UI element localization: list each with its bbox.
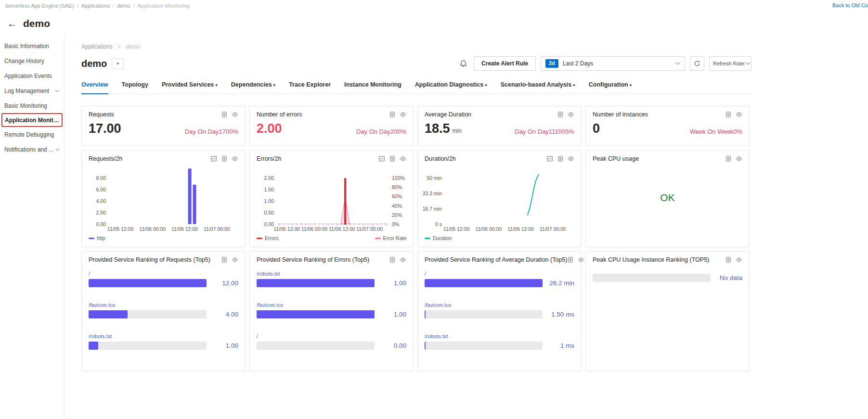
caret-down-icon: ▾ — [117, 61, 119, 66]
sidebar-item-change-history[interactable]: Change History — [0, 53, 64, 68]
breadcrumb-item-serverless-app-engine-sae[interactable]: Serverless App Engine (SAE) — [5, 3, 74, 9]
service-link[interactable]: /favicon.ico — [89, 302, 115, 308]
breadcrumb-item-demo[interactable]: demo — [117, 3, 130, 9]
eye-icon[interactable] — [736, 155, 742, 162]
document-icon[interactable] — [221, 111, 228, 118]
caret-down-icon: ▾ — [573, 83, 575, 88]
line-chart-icon[interactable] — [210, 155, 217, 162]
card-actions — [557, 111, 574, 118]
legend-item-http[interactable]: http — [89, 235, 105, 241]
legend-item-errors[interactable]: Errors — [257, 235, 279, 241]
ranking-value: 1.00 — [378, 311, 406, 318]
document-icon[interactable] — [725, 111, 732, 118]
ranking-value: 1.00 — [210, 342, 238, 349]
document-icon[interactable] — [389, 155, 396, 162]
stat-value: 0 — [593, 122, 600, 135]
sidebar-item-application-events[interactable]: Application Events — [0, 68, 64, 83]
eye-icon[interactable] — [232, 256, 238, 263]
page-title: demo — [23, 18, 50, 29]
x-axis-label: 11/05 12:00 — [273, 226, 300, 232]
service-link[interactable]: /favicon.ico — [425, 302, 451, 308]
sidebar-item-application-monitoring[interactable]: Application Monitoring — [1, 113, 63, 127]
breadcrumb-separator-icon: / — [113, 3, 114, 9]
eye-icon[interactable] — [400, 111, 406, 118]
service-link[interactable]: /robots.txt — [89, 333, 112, 339]
eye-icon[interactable] — [232, 111, 238, 118]
refresh-rate-select[interactable]: Refresh Rate: — [709, 56, 751, 71]
back-to-old-link[interactable]: Back to Old Co — [832, 2, 868, 8]
sidebar-item-remote-debugging[interactable]: Remote Debugging — [0, 127, 64, 142]
tab-topology[interactable]: Topology — [122, 81, 148, 94]
legend-item-error-rate[interactable]: Error Rate — [375, 235, 406, 241]
service-link[interactable]: / — [89, 271, 90, 277]
tab-provided-services[interactable]: Provided Services▾ — [162, 81, 218, 94]
eye-icon[interactable] — [232, 155, 238, 162]
document-icon[interactable] — [557, 111, 564, 118]
charts-row: Requests/2h 8.006.004.002.000.00 11/05 1… — [81, 150, 751, 247]
tab-instance-monitoring[interactable]: Instance Monitoring — [344, 81, 402, 94]
card-title: Number of errors — [257, 111, 302, 118]
service-link[interactable]: /favicon.ico — [257, 302, 283, 308]
eye-icon[interactable] — [736, 111, 742, 118]
card-actions — [546, 155, 574, 162]
tab-trace-explorer[interactable]: Trace Explorer — [289, 81, 331, 94]
document-icon[interactable] — [221, 155, 228, 162]
card-peak-cpu: Peak CPU usage OK — [585, 150, 750, 247]
line-chart-icon[interactable] — [378, 155, 385, 162]
eye-icon[interactable] — [400, 155, 406, 162]
service-link[interactable]: / — [257, 333, 258, 339]
axis-tick: 60% — [392, 193, 402, 199]
tab-label: Dependencies — [231, 81, 272, 88]
stat-value: 17.00 — [89, 122, 121, 135]
sidebar-item-notifications-and-alerts[interactable]: Notifications and Alerts — [0, 142, 64, 157]
breadcrumb-item-applications[interactable]: Applications — [81, 3, 110, 9]
service-link[interactable]: /robots.txt — [257, 271, 280, 277]
card-errors-chart: Errors/2h 2.001.501.000.500.00 11/05 12:… — [249, 150, 414, 247]
breadcrumb-applications[interactable]: Applications — [81, 43, 113, 50]
app-switcher-button[interactable]: ▾ — [112, 58, 124, 69]
ranking-bar-track — [593, 274, 711, 282]
breadcrumb-item-application-monitoring: Application Monitoring — [138, 3, 190, 9]
document-icon[interactable] — [567, 256, 574, 263]
axis-tick: 20% — [392, 212, 402, 218]
sidebar-item-label: Log Management — [4, 88, 49, 94]
document-icon[interactable] — [557, 155, 564, 162]
ranking-bar-fill — [425, 342, 426, 350]
eye-icon[interactable] — [568, 155, 574, 162]
tab-scenario-based-analysis[interactable]: Scenario-based Analysis▾ — [501, 81, 575, 94]
alert-bell-icon[interactable] — [457, 58, 469, 69]
line-chart-icon[interactable] — [546, 155, 553, 162]
sidebar-item-basic-information[interactable]: Basic Information — [0, 38, 64, 53]
tab-configuration[interactable]: Configuration▾ — [589, 81, 632, 94]
tab-application-diagnostics[interactable]: Application Diagnostics▾ — [415, 81, 487, 94]
card-title: Average Duration — [425, 111, 471, 118]
service-link[interactable]: /robots.txt — [425, 333, 448, 339]
sidebar-item-basic-monitoring[interactable]: Basic Monitoring — [0, 98, 64, 113]
ranking-bar-track — [425, 310, 543, 318]
legend-label: Error Rate — [383, 235, 406, 241]
tab-overview[interactable]: Overview — [81, 81, 108, 94]
ranking-bar-track — [89, 342, 207, 350]
legend-item-duration[interactable]: Duration — [425, 235, 452, 241]
create-alert-rule-button[interactable]: Create Alert Rule — [474, 56, 536, 71]
time-range-select[interactable]: 2d Last 2 Days — [541, 56, 685, 71]
sidebar-item-label: Change History — [4, 58, 44, 64]
eye-icon[interactable] — [568, 111, 574, 118]
document-icon[interactable] — [389, 256, 396, 263]
tab-dependencies[interactable]: Dependencies▾ — [231, 81, 275, 94]
legend-swatch — [89, 238, 94, 239]
document-icon[interactable] — [725, 155, 732, 162]
back-arrow-icon[interactable]: ← — [7, 19, 17, 28]
axis-tick: 0% — [392, 221, 399, 227]
sidebar-item-log-management[interactable]: Log Management — [0, 83, 64, 98]
document-icon[interactable] — [221, 256, 228, 263]
refresh-button[interactable] — [690, 56, 704, 71]
document-icon[interactable] — [389, 111, 396, 118]
eye-icon[interactable] — [736, 256, 742, 263]
ranking-value: 0.00 — [378, 342, 406, 349]
eye-icon[interactable] — [400, 256, 406, 263]
eye-icon[interactable] — [578, 256, 584, 263]
x-axis: 11/05 12:0011/06 00:0011/06 12:0011/07 0… — [277, 226, 388, 233]
service-link[interactable]: / — [425, 271, 426, 277]
document-icon[interactable] — [725, 256, 732, 263]
